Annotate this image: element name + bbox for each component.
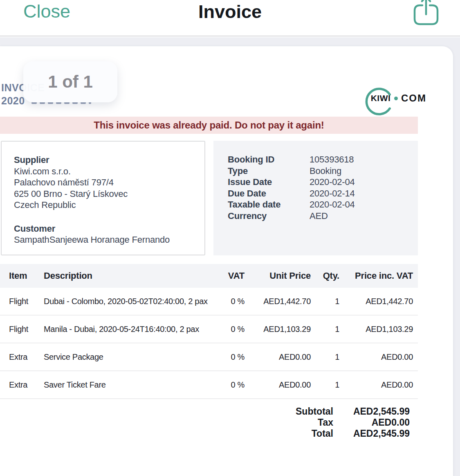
- tax-value: AED0.00: [333, 417, 410, 428]
- booking-field-value: 2020-02-04: [310, 199, 355, 210]
- header-item: Item: [0, 271, 35, 281]
- subtotal-row: Subtotal AED2,545.99: [0, 406, 410, 417]
- booking-row: Issue Date 2020-02-04: [228, 176, 418, 188]
- booking-field-label: Taxable date: [228, 199, 310, 210]
- booking-row: Booking ID 105393618: [228, 154, 418, 165]
- cell-item: Extra: [0, 380, 35, 390]
- booking-field-value: 105393618: [310, 154, 354, 165]
- cell-price-inc-vat: AED0.00: [339, 380, 418, 390]
- paid-warning-text: This invoice was already paid. Do not pa…: [94, 120, 324, 131]
- line-items-table: Item Description VAT Unit Price Qty. Pri…: [0, 264, 418, 399]
- booking-field-value: 2020-02-14: [310, 188, 355, 199]
- supplier-address-line1: Palachovo náměstí 797/4: [14, 177, 196, 188]
- supplier-name: Kiwi.com s.r.o.: [14, 166, 196, 177]
- cell-description: Manila - Dubai, 2020-05-24T16:40:00, 2 p…: [35, 325, 221, 334]
- subtotal-value: AED2,545.99: [333, 406, 410, 417]
- booking-field-label: Due Date: [228, 188, 310, 199]
- cell-qty: 1: [311, 352, 339, 362]
- invoice-viewer-screen: Close Invoice INVOICE 2020: [0, 0, 460, 476]
- subtotal-label: Subtotal: [0, 406, 333, 417]
- invoice-document-page: INVOICE 2020 1 of 1 KIWI: [0, 46, 453, 476]
- header-unit-price: Unit Price: [245, 271, 311, 281]
- booking-field-value: Booking: [310, 165, 341, 177]
- booking-details-box: Booking ID 105393618 Type Booking Issue …: [213, 141, 418, 255]
- cell-price-inc-vat: AED1,442.70: [339, 297, 418, 306]
- cell-description: Dubai - Colombo, 2020-05-02T02:40:00, 2 …: [35, 297, 221, 306]
- cell-unit-price: AED0.00: [245, 352, 311, 362]
- supplier-address-line3: Czech Republic: [14, 199, 196, 211]
- navigation-bar: Close Invoice: [0, 0, 460, 36]
- cell-description: Service Package: [35, 352, 221, 362]
- total-value: AED2,545.99: [333, 428, 410, 439]
- cell-price-inc-vat: AED0.00: [339, 352, 418, 362]
- share-icon: [411, 24, 442, 29]
- booking-row: Currency AED: [228, 210, 418, 222]
- booking-field-value: 2020-02-04: [310, 176, 355, 188]
- booking-row: Type Booking: [228, 165, 418, 177]
- header-qty: Qty.: [311, 271, 339, 281]
- cell-item: Extra: [0, 352, 35, 362]
- page-indicator-badge: 1 of 1: [23, 61, 117, 102]
- booking-field-label: Issue Date: [228, 176, 310, 188]
- tax-label: Tax: [0, 417, 333, 428]
- cell-item: Flight: [0, 297, 35, 306]
- booking-field-label: Booking ID: [228, 154, 310, 165]
- customer-label: Customer: [14, 223, 196, 235]
- booking-field-label: Type: [228, 165, 310, 177]
- header-description: Description: [35, 271, 221, 281]
- cell-qty: 1: [311, 325, 339, 334]
- customer-name: SampathSanjeewa Horanage Fernando: [14, 234, 196, 246]
- cell-unit-price: AED0.00: [245, 380, 311, 390]
- table-row: Flight Manila - Dubai, 2020-05-24T16:40:…: [0, 316, 418, 343]
- kiwi-logo-word: KIWI: [369, 93, 393, 103]
- share-button[interactable]: [411, 0, 442, 29]
- booking-field-label: Currency: [228, 210, 310, 222]
- booking-row: Due Date 2020-02-14: [228, 188, 418, 199]
- cell-unit-price: AED1,442.70: [245, 297, 311, 306]
- cell-vat: 0 %: [221, 352, 245, 362]
- cell-vat: 0 %: [221, 297, 245, 306]
- kiwi-logo: KIWI COM: [365, 84, 453, 113]
- cell-item: Flight: [0, 325, 35, 334]
- cell-price-inc-vat: AED1,103.29: [339, 325, 418, 334]
- supplier-label: Supplier: [14, 154, 196, 166]
- cell-qty: 1: [311, 297, 339, 306]
- cell-vat: 0 %: [221, 380, 245, 390]
- totals-block: Subtotal AED2,545.99 Tax AED0.00 Total A…: [0, 406, 410, 439]
- header-vat: VAT: [221, 271, 245, 281]
- supplier-box: Supplier Kiwi.com s.r.o. Palachovo náměs…: [1, 141, 205, 255]
- cell-unit-price: AED1,103.29: [245, 325, 311, 334]
- total-row: Total AED2,545.99: [0, 428, 410, 439]
- header-price-inc-vat: Price inc. VAT: [339, 271, 418, 281]
- paid-warning-banner: This invoice was already paid. Do not pa…: [0, 117, 418, 134]
- table-row: Flight Dubai - Colombo, 2020-05-02T02:40…: [0, 288, 418, 316]
- kiwi-logo-com: COM: [401, 92, 426, 104]
- cell-vat: 0 %: [221, 325, 245, 334]
- tax-row: Tax AED0.00: [0, 417, 410, 428]
- supplier-address-line2: 625 00 Brno - Starý Lískovec: [14, 188, 196, 200]
- table-row: Extra Saver Ticket Fare 0 % AED0.00 1 AE…: [0, 371, 418, 399]
- page-title: Invoice: [0, 0, 460, 24]
- table-row: Extra Service Package 0 % AED0.00 1 AED0…: [0, 343, 418, 371]
- table-header-row: Item Description VAT Unit Price Qty. Pri…: [0, 264, 418, 288]
- total-label: Total: [0, 428, 333, 439]
- cell-qty: 1: [311, 380, 339, 390]
- cell-description: Saver Ticket Fare: [35, 380, 221, 390]
- kiwi-logo-dot-icon: [394, 97, 398, 100]
- document-scroll-area[interactable]: INVOICE 2020 1 of 1 KIWI: [0, 37, 460, 476]
- booking-field-value: AED: [310, 210, 328, 222]
- booking-row: Taxable date 2020-02-04: [228, 199, 418, 210]
- page-indicator-text: 1 of 1: [48, 72, 93, 92]
